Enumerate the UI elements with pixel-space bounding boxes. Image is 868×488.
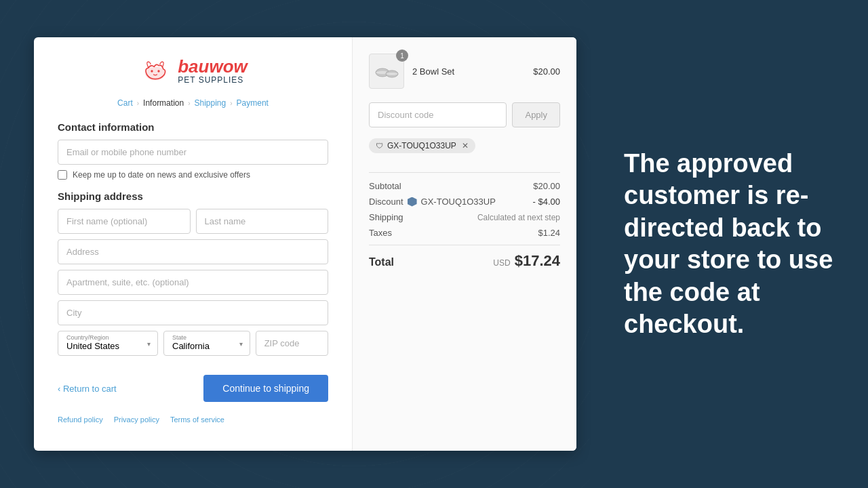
summary-divider <box>369 172 560 173</box>
item-price: $20.00 <box>533 66 560 77</box>
city-input[interactable] <box>58 300 328 325</box>
taxes-value: $1.24 <box>538 228 560 238</box>
shipping-label: Shipping <box>369 212 403 222</box>
newsletter-checkbox[interactable] <box>58 170 67 180</box>
zip-input[interactable] <box>256 331 328 356</box>
subtotal-label: Subtotal <box>369 181 401 191</box>
total-currency: USD <box>493 258 510 268</box>
taxes-label: Taxes <box>369 228 392 238</box>
state-value: California <box>172 341 241 351</box>
taxes-row: Taxes $1.24 <box>369 228 560 238</box>
breadcrumb-sep-2: › <box>188 100 190 107</box>
applied-coupon-area: 🛡 GX-TOUQ1O33UP ✕ <box>369 138 560 164</box>
country-state-zip-row: Country/Region United States ▾ State Cal… <box>58 331 328 361</box>
breadcrumb-payment[interactable]: Payment <box>237 98 269 108</box>
coupon-tag: 🛡 GX-TOUQ1O33UP ✕ <box>369 138 475 153</box>
name-row <box>58 209 328 239</box>
state-wrapper: State California ▾ <box>163 331 250 356</box>
newsletter-label: Keep me up to date on news and exclusive… <box>73 170 250 180</box>
breadcrumb-sep-3: › <box>230 100 232 107</box>
country-value: United States <box>66 341 149 351</box>
logo-text: bauwow Pet Supplies <box>178 58 248 85</box>
shipping-value: Calculated at next step <box>477 213 560 222</box>
state-label: State <box>172 334 186 341</box>
discount-shield-icon <box>408 197 417 207</box>
svg-point-1 <box>151 70 153 72</box>
subtotal-value: $20.00 <box>533 181 560 191</box>
discount-input-row: Apply <box>369 102 560 127</box>
discount-summary-row: Discount GX-TOUQ1O33UP - $4.00 <box>369 197 560 207</box>
breadcrumb: Cart › Information › Shipping › Payment <box>58 98 328 108</box>
coupon-shield-icon: 🛡 <box>376 142 383 150</box>
first-name-input[interactable] <box>58 209 191 234</box>
subtotal-row: Subtotal $20.00 <box>369 181 560 191</box>
privacy-policy-link[interactable]: Privacy policy <box>114 415 159 424</box>
left-panel: bauwow Pet Supplies Cart › Information ›… <box>34 37 353 451</box>
logo-container: bauwow Pet Supplies <box>138 58 248 85</box>
breadcrumb-sep-1: › <box>137 100 139 107</box>
footer-links: Refund policy Privacy policy Terms of se… <box>58 415 328 424</box>
discount-code-input[interactable] <box>369 102 507 127</box>
refund-policy-link[interactable]: Refund policy <box>58 415 103 424</box>
newsletter-checkbox-row: Keep me up to date on news and exclusive… <box>58 170 328 180</box>
discount-label-group: Discount GX-TOUQ1O33UP <box>369 197 496 207</box>
coupon-code-display: GX-TOUQ1O33UP <box>387 141 456 150</box>
last-name-input[interactable] <box>196 209 329 234</box>
shipping-section-title: Shipping address <box>58 190 328 202</box>
discount-label: Discount <box>369 197 403 207</box>
country-label: Country/Region <box>66 334 109 341</box>
breadcrumb-shipping[interactable]: Shipping <box>194 98 226 108</box>
order-item: 1 2 Bowl Set $20.00 <box>369 54 560 89</box>
item-image-wrapper: 1 <box>369 54 404 89</box>
coupon-remove-button[interactable]: ✕ <box>462 141 469 150</box>
form-actions: ‹ Return to cart Continue to shipping <box>58 375 328 402</box>
checkout-card: bauwow Pet Supplies Cart › Information ›… <box>34 37 576 451</box>
total-amount: USD $17.24 <box>493 252 560 270</box>
order-summary-panel: 1 2 Bowl Set $20.00 Apply 🛡 GX-TOUQ1O33U… <box>353 37 576 451</box>
item-name: 2 Bowl Set <box>412 66 525 77</box>
total-label: Total <box>369 256 394 268</box>
brand-logo-icon <box>138 58 172 85</box>
discount-code-label: GX-TOUQ1O33UP <box>421 197 496 207</box>
total-row: Total USD $17.24 <box>369 245 560 270</box>
country-wrapper: Country/Region United States ▾ <box>58 331 158 356</box>
total-value: $17.24 <box>515 252 560 270</box>
svg-point-0 <box>145 66 165 80</box>
apply-discount-button[interactable]: Apply <box>512 102 560 127</box>
brand-name: bauwow <box>178 58 248 75</box>
bowl-svg <box>373 60 400 82</box>
email-input[interactable] <box>58 140 328 165</box>
return-to-cart-link[interactable]: ‹ Return to cart <box>58 384 117 394</box>
brand-subtitle: Pet Supplies <box>178 75 243 85</box>
breadcrumb-information[interactable]: Information <box>143 98 184 108</box>
breadcrumb-cart[interactable]: Cart <box>117 98 133 108</box>
item-quantity-badge: 1 <box>396 49 408 62</box>
address-input[interactable] <box>58 239 328 264</box>
shipping-row: Shipping Calculated at next step <box>369 212 560 222</box>
logo-area: bauwow Pet Supplies <box>58 58 328 87</box>
svg-point-6 <box>386 73 398 76</box>
svg-point-2 <box>158 70 160 72</box>
apt-input[interactable] <box>58 270 328 295</box>
continue-shipping-button[interactable]: Continue to shipping <box>203 375 328 402</box>
terms-link[interactable]: Terms of service <box>170 415 224 424</box>
promo-text: The approved customer is re-directed bac… <box>624 148 834 341</box>
contact-section-title: Contact information <box>58 121 328 133</box>
discount-value: - $4.00 <box>533 197 560 207</box>
